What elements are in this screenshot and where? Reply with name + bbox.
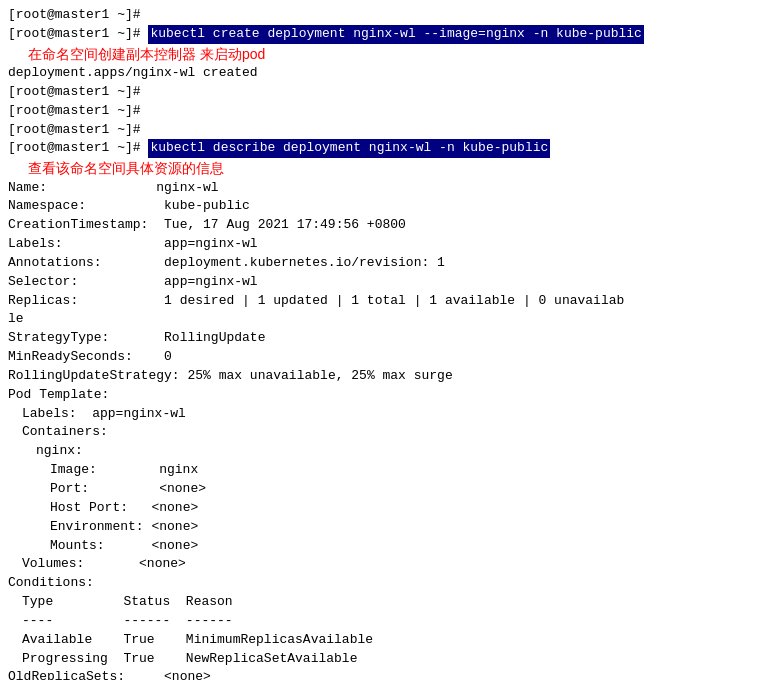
- describe-deployment-cmd: kubectl describe deployment nginx-wl -n …: [148, 139, 550, 158]
- volumes-value: <none>: [139, 555, 186, 574]
- field-labels-value: app=nginx-wl: [164, 235, 258, 254]
- field-pod-labels: Labels: app=nginx-wl: [8, 405, 753, 424]
- field-minready: MinReadySeconds: 0: [8, 348, 753, 367]
- field-replicas-wrap-value: le: [8, 310, 24, 329]
- oldreplicasets-value: <none>: [164, 668, 211, 680]
- field-name-value: nginx-wl: [156, 179, 218, 198]
- field-name-label: Name:: [8, 179, 156, 198]
- field-namespace-value: kube-public: [164, 197, 250, 216]
- terminal-window: [root@master1 ~]# [root@master1 ~]# kube…: [0, 0, 761, 680]
- field-containers: Containers:: [8, 423, 753, 442]
- field-volumes: Volumes: <none>: [8, 555, 753, 574]
- available-text: Available True MinimumReplicasAvailable: [22, 631, 373, 650]
- create-deployment-cmd: kubectl create deployment nginx-wl --ima…: [148, 25, 643, 44]
- pod-template-label: Pod Template:: [8, 386, 109, 405]
- field-name: Name: nginx-wl: [8, 179, 753, 198]
- field-replicas-value: 1 desired | 1 updated | 1 total | 1 avai…: [164, 292, 624, 311]
- field-creation-value: Tue, 17 Aug 2021 17:49:56 +0800: [164, 216, 406, 235]
- field-environment: Environment: <none>: [8, 518, 753, 537]
- field-port: Port: <none>: [8, 480, 753, 499]
- field-mounts: Mounts: <none>: [8, 537, 753, 556]
- conditions-header-text: Type Status Reason: [22, 593, 233, 612]
- prompt-1: [root@master1 ~]#: [8, 6, 141, 25]
- field-strategy-value: RollingUpdate: [164, 329, 265, 348]
- conditions-available: Available True MinimumReplicasAvailable: [8, 631, 753, 650]
- image-value: nginx: [159, 461, 198, 480]
- field-strategy: StrategyType: RollingUpdate: [8, 329, 753, 348]
- created-output: deployment.apps/nginx-wl created: [8, 64, 258, 83]
- progressing-text: Progressing True NewReplicaSetAvailable: [22, 650, 357, 669]
- field-oldreplicasets: OldReplicaSets: <none>: [8, 668, 753, 680]
- line-describe-cmd: [root@master1 ~]# kubectl describe deplo…: [8, 139, 753, 178]
- line-empty-2: [root@master1 ~]#: [8, 102, 753, 121]
- field-rollingupdatestrategy-label: RollingUpdateStrategy:: [8, 367, 180, 386]
- field-nginx: nginx:: [8, 442, 753, 461]
- conditions-label: Conditions:: [8, 574, 94, 593]
- annotation-describe: 查看该命名空间具体资源的信息: [28, 158, 224, 178]
- port-label: Port:: [50, 480, 159, 499]
- field-annotations-value: deployment.kubernetes.io/revision: 1: [164, 254, 445, 273]
- field-conditions: Conditions:: [8, 574, 753, 593]
- line-empty-3: [root@master1 ~]#: [8, 121, 753, 140]
- field-minready-label: MinReadySeconds:: [8, 348, 164, 367]
- field-replicas-label: Replicas:: [8, 292, 164, 311]
- line-empty-1: [root@master1 ~]#: [8, 83, 753, 102]
- field-annotations-label: Annotations:: [8, 254, 164, 273]
- hostport-value: <none>: [151, 499, 198, 518]
- field-strategy-label: StrategyType:: [8, 329, 164, 348]
- field-selector-label: Selector:: [8, 273, 164, 292]
- field-pod-template: Pod Template:: [8, 386, 753, 405]
- field-labels: Labels: app=nginx-wl: [8, 235, 753, 254]
- hostport-label: Host Port:: [50, 499, 151, 518]
- containers-label: Containers:: [22, 423, 108, 442]
- prompt-describe: [root@master1 ~]#: [8, 139, 148, 158]
- annotation-create: 在命名空间创建副本控制器 来启动pod: [28, 44, 265, 64]
- field-annotations: Annotations: deployment.kubernetes.io/re…: [8, 254, 753, 273]
- line-create-cmd: [root@master1 ~]# kubectl create deploym…: [8, 25, 753, 64]
- prompt-empty-1: [root@master1 ~]#: [8, 83, 141, 102]
- volumes-label: Volumes:: [22, 555, 139, 574]
- field-creation-label: CreationTimestamp:: [8, 216, 164, 235]
- conditions-header: Type Status Reason: [8, 593, 753, 612]
- field-minready-value: 0: [164, 348, 172, 367]
- line-1: [root@master1 ~]#: [8, 6, 753, 25]
- prompt-2: [root@master1 ~]#: [8, 25, 148, 44]
- field-namespace: Namespace: kube-public: [8, 197, 753, 216]
- pod-labels-label: Labels: app=nginx-wl: [22, 405, 186, 424]
- mounts-value: <none>: [151, 537, 198, 556]
- field-replicas-wrap: le: [8, 310, 753, 329]
- field-selector-value: app=nginx-wl: [164, 273, 258, 292]
- field-image: Image: nginx: [8, 461, 753, 480]
- field-hostport: Host Port: <none>: [8, 499, 753, 518]
- field-creation: CreationTimestamp: Tue, 17 Aug 2021 17:4…: [8, 216, 753, 235]
- field-namespace-label: Namespace:: [8, 197, 164, 216]
- line-created: deployment.apps/nginx-wl created: [8, 64, 753, 83]
- field-rollingupdatestrategy-value: 25% max unavailable, 25% max surge: [180, 367, 453, 386]
- field-rollingupdatestrategy: RollingUpdateStrategy: 25% max unavailab…: [8, 367, 753, 386]
- oldreplicasets-label: OldReplicaSets:: [8, 668, 164, 680]
- conditions-divider: ---- ------ ------: [8, 612, 753, 631]
- mounts-label: Mounts:: [50, 537, 151, 556]
- prompt-empty-3: [root@master1 ~]#: [8, 121, 141, 140]
- environment-value: <none>: [151, 518, 198, 537]
- field-selector: Selector: app=nginx-wl: [8, 273, 753, 292]
- environment-label: Environment:: [50, 518, 151, 537]
- prompt-empty-2: [root@master1 ~]#: [8, 102, 141, 121]
- nginx-label: nginx:: [36, 442, 83, 461]
- conditions-progressing: Progressing True NewReplicaSetAvailable: [8, 650, 753, 669]
- image-label: Image:: [50, 461, 159, 480]
- port-value: <none>: [159, 480, 206, 499]
- divider-text: ---- ------ ------: [22, 612, 233, 631]
- field-labels-label: Labels:: [8, 235, 164, 254]
- field-replicas: Replicas: 1 desired | 1 updated | 1 tota…: [8, 292, 753, 311]
